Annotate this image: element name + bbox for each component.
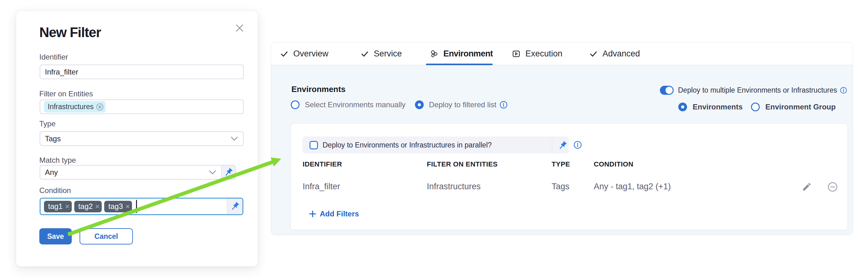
close-button[interactable] [233, 21, 247, 35]
environment-target-radios: Environments Environment Group [678, 103, 836, 111]
deploy-multiple-toggle-row: Deploy to multiple Environments or Infra… [660, 86, 847, 95]
radio-environments[interactable] [678, 103, 687, 111]
pin-icon [224, 168, 233, 177]
entities-chip[interactable]: Infrastructures [44, 101, 105, 112]
type-value: Tags [40, 134, 61, 143]
pipeline-stage-panel: Overview Service Environment [271, 42, 853, 235]
entities-label: Filter on Entities [39, 90, 93, 98]
radio-label: Environment Group [765, 103, 836, 111]
toggle-label: Deploy to multiple Environments or Infra… [678, 86, 837, 95]
parallel-checkbox-row: Deploy to Environments or Infrastructure… [302, 137, 569, 153]
entities-input[interactable]: Infrastructures [40, 100, 244, 114]
condition-label: Condition [39, 187, 71, 194]
edit-row-icon[interactable] [802, 182, 812, 192]
plus-icon [308, 210, 317, 218]
app: New Filter Identifier Infra_filter Filte… [0, 0, 868, 280]
modal-title: New Filter [39, 26, 101, 39]
row-identifier: Infra_filter [303, 182, 340, 191]
tab-service[interactable]: Service [361, 42, 402, 65]
active-tab-underline [426, 64, 493, 65]
row-condition: Any - tag1, tag2 (+1) [594, 182, 671, 191]
col-header-filter-on-entities: FILTER ON ENTITIES [427, 161, 498, 168]
condition-tag[interactable]: tag2 ✕ [74, 201, 102, 212]
type-label: Type [39, 120, 56, 128]
remove-row-icon[interactable] [828, 182, 838, 192]
identifier-value: Infra_filter [40, 68, 78, 76]
add-filters-button[interactable]: Add Filters [308, 210, 359, 218]
close-icon [236, 24, 244, 32]
execution-icon [512, 49, 520, 58]
match-type-label: Match type [39, 156, 76, 164]
info-icon[interactable] [840, 87, 847, 94]
tab-label: Environment [443, 49, 493, 59]
tab-overview[interactable]: Overview [280, 42, 329, 65]
tab-label: Execution [525, 49, 562, 59]
environment-mode-radios: Select Environments manually Deploy to f… [291, 100, 508, 109]
info-icon[interactable] [574, 141, 582, 149]
stage-tabbar: Overview Service Environment [271, 42, 853, 65]
radio-deploy-filtered[interactable] [415, 100, 424, 109]
type-select[interactable]: Tags [40, 131, 244, 146]
tab-execution[interactable]: Execution [512, 42, 562, 65]
chevron-down-icon [209, 170, 216, 175]
check-icon [280, 50, 288, 58]
tab-label: Overview [293, 49, 329, 59]
remove-tag-icon[interactable]: ✕ [65, 204, 70, 210]
condition-tag[interactable]: tag3 ✕ [104, 201, 132, 212]
remove-entity-icon[interactable] [96, 103, 103, 111]
filters-card: Deploy to Environments or Infrastructure… [290, 124, 848, 230]
parallel-pin-button[interactable] [558, 141, 567, 151]
environments-heading: Environments [291, 85, 345, 94]
environment-icon [430, 49, 438, 58]
radio-environment-group[interactable] [751, 103, 760, 111]
radio-label: Environments [693, 103, 743, 111]
col-header-condition: CONDITION [594, 161, 633, 168]
deploy-multiple-toggle[interactable] [660, 86, 674, 95]
text-cursor [136, 200, 137, 213]
match-type-value: Any [40, 168, 58, 177]
pin-icon [230, 202, 240, 211]
parallel-checkbox[interactable] [310, 141, 318, 149]
row-type: Tags [552, 182, 569, 191]
chevron-down-icon [230, 137, 238, 141]
match-type-select[interactable]: Any [40, 165, 222, 180]
check-icon [589, 50, 597, 58]
remove-tag-icon[interactable]: ✕ [95, 204, 100, 210]
cancel-button[interactable]: Cancel [80, 228, 133, 244]
condition-pin-button[interactable] [227, 199, 242, 214]
info-icon[interactable] [499, 101, 508, 109]
condition-tag-label: tag3 [108, 202, 123, 211]
radio-label: Select Environments manually [305, 100, 406, 109]
remove-tag-icon[interactable]: ✕ [125, 204, 130, 210]
condition-tag-label: tag1 [48, 202, 63, 211]
col-header-type: TYPE [552, 161, 570, 168]
match-type-pin-button[interactable] [221, 165, 236, 180]
condition-tag-label: tag2 [78, 202, 93, 211]
check-icon [361, 50, 369, 58]
radio-select-manually[interactable] [291, 100, 300, 109]
condition-tag[interactable]: tag1 ✕ [44, 201, 72, 212]
new-filter-modal: New Filter Identifier Infra_filter Filte… [16, 11, 258, 267]
pin-icon [558, 141, 567, 150]
col-header-identifier: IDENTIFIER [303, 161, 342, 168]
condition-input[interactable]: tag1 ✕ tag2 ✕ tag3 ✕ [40, 198, 243, 215]
save-button[interactable]: Save [39, 228, 72, 244]
tab-label: Service [374, 49, 402, 59]
radio-label: Deploy to filtered list [429, 100, 496, 109]
tab-advanced[interactable]: Advanced [589, 42, 640, 65]
divider [552, 137, 552, 153]
add-filters-label: Add Filters [320, 210, 359, 218]
tab-label: Advanced [602, 49, 640, 59]
tab-environment[interactable]: Environment [430, 42, 493, 65]
row-filter-on-entities: Infrastructures [427, 182, 481, 191]
identifier-label: Identifier [39, 53, 68, 61]
parallel-checkbox-label: Deploy to Environments or Infrastructure… [322, 141, 492, 149]
entities-chip-label: Infrastructures [48, 103, 94, 111]
identifier-input[interactable]: Infra_filter [40, 65, 244, 79]
